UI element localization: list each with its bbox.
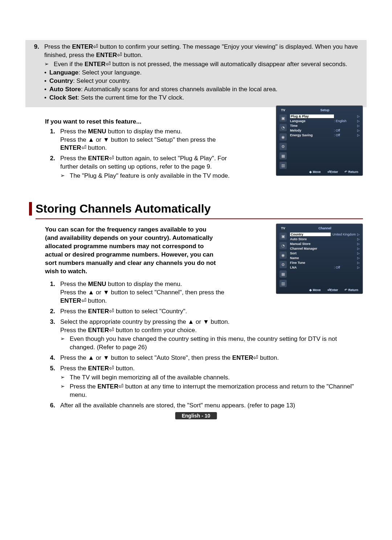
osd-row: Sort▷ — [290, 251, 360, 255]
t: Press the — [60, 155, 88, 162]
enter-icon: ⏎ — [109, 327, 114, 334]
t: Move — [313, 288, 321, 292]
enter-icon: ⏎ — [93, 43, 98, 50]
move-hint: ◆ Move — [309, 288, 320, 292]
osd-row: Fine Tune▷ — [290, 260, 360, 265]
section-intro: You can scan for the frequency ranges av… — [45, 226, 219, 276]
enter-icon: ⏎ — [81, 144, 86, 151]
osd-row-value: : Off — [334, 129, 356, 132]
osd-row-value: : Off — [334, 266, 356, 269]
list-number: 6. — [45, 402, 60, 410]
enter-icon: ⏎ — [253, 354, 258, 361]
t: Press the — [60, 365, 88, 372]
t: Press the — [44, 43, 72, 50]
osd-row-label: Country — [290, 233, 331, 236]
lbl: Country — [49, 77, 73, 84]
enter-label: ENTER — [60, 297, 81, 304]
t: Press the ▲ or ▼ button to select "Auto … — [60, 354, 232, 361]
osd-row-label: Manual Store — [290, 242, 334, 246]
enter-icon: ⏎ — [106, 61, 111, 68]
t: Press the — [60, 327, 88, 334]
lbl: Auto Store — [49, 86, 81, 93]
t: Enter — [330, 170, 338, 174]
osd-row: Auto Store▷ — [290, 237, 360, 241]
t: Return — [348, 288, 358, 292]
t: button. — [86, 297, 107, 304]
osd-row-label: Plug & Play — [290, 114, 334, 118]
osd-row: Plug & Play▷ — [290, 114, 360, 118]
chevron-right-icon: ▷ — [356, 242, 360, 246]
list-number: 1. — [45, 280, 60, 305]
note-arrow-icon: ➢ — [44, 60, 54, 69]
enter-label: ENTER — [98, 383, 119, 390]
dtv-icon: ▥ — [279, 162, 287, 169]
t: button. — [258, 354, 279, 361]
t: Move — [313, 170, 321, 174]
lbl: Clock Set — [49, 94, 77, 101]
chevron-right-icon: ▷ — [356, 256, 360, 260]
osd-row-label: Auto Store — [290, 237, 334, 241]
list-number: 5. — [45, 364, 60, 399]
t: : Select your language. — [78, 69, 142, 76]
step5-note1: The TV will begin memorizing all of the … — [70, 374, 230, 382]
t: Press the ▲ or ▼ button to select "Chann… — [60, 289, 224, 296]
enter-icon: ⏎ — [109, 308, 114, 315]
chevron-right-icon: ▷ — [356, 119, 360, 123]
enter-label: ENTER — [72, 43, 93, 50]
return-hint: ↶ Return — [344, 170, 358, 174]
list-number: 3. — [45, 318, 60, 352]
t: Return — [348, 170, 358, 174]
enter-label: ENTER — [88, 308, 109, 315]
osd-row: Melody: Off▷ — [290, 128, 360, 133]
osd-row: Name▷ — [290, 255, 360, 260]
enter-icon: ⏎ — [109, 365, 114, 372]
channel-icon: ◉ — [279, 133, 287, 141]
step5-note2: Press the ENTER⏎ button at any time to i… — [70, 383, 363, 399]
enter-icon: ⏎ — [118, 383, 123, 390]
note-arrow-icon: ➢ — [60, 374, 70, 382]
chevron-right-icon: ▷ — [356, 133, 360, 137]
osd-row-label: Sort — [290, 251, 334, 255]
osd-row-label: Time — [290, 124, 334, 128]
input-icon: ▦ — [279, 270, 287, 278]
chevron-right-icon: ▷ — [356, 114, 360, 118]
chevron-right-icon: ▷ — [356, 124, 360, 128]
step3-note: Even though you have changed the country… — [70, 335, 363, 352]
step1: Press the MENU button to display the men… — [60, 280, 238, 305]
bullet: •Auto Store: Automatically scans for and… — [44, 85, 363, 94]
sound-icon: ◔ — [279, 124, 287, 131]
osd-row-label: Channel Manager — [290, 247, 334, 250]
list-number: 2. — [45, 154, 60, 180]
sound-icon: ◔ — [279, 242, 287, 249]
note-arrow-icon: ➢ — [60, 172, 70, 180]
t: button to confirm your choice. — [114, 327, 197, 334]
osd-row: Language: English▷ — [290, 118, 360, 123]
osd-tv-label: TV — [278, 226, 289, 230]
reset-step1: Press the MENU button to display the men… — [60, 128, 238, 153]
step9-note: Even if the ENTER⏎ button is not pressed… — [54, 60, 347, 69]
note-arrow-icon: ➢ — [60, 335, 70, 352]
chevron-right-icon: ▷ — [356, 266, 360, 269]
menu-label: MENU — [88, 128, 106, 135]
osd-row-value: : English — [334, 119, 356, 123]
setup-icon: ⚙ — [279, 143, 287, 150]
t: button is not pressed, the message will … — [111, 61, 347, 68]
chevron-right-icon: ▷ — [356, 247, 360, 250]
step4: Press the ▲ or ▼ button to select "Auto … — [60, 354, 363, 362]
osd-tv-label: TV — [278, 108, 289, 112]
osd-row-value: : Off — [334, 133, 356, 137]
osd-row: Channel Manager▷ — [290, 246, 360, 251]
osd-row-label: Language — [290, 119, 334, 123]
t: : Sets the current time for the TV clock… — [77, 94, 184, 101]
t: button. — [114, 365, 135, 372]
list-number: 1. — [45, 128, 60, 153]
reset-step2: Press the ENTER⏎ button again, to select… — [60, 154, 238, 180]
osd-row-label: Fine Tune — [290, 261, 334, 265]
section-title: Storing Channels Automatically — [36, 202, 363, 215]
t: button to display the menu. — [106, 128, 182, 135]
t: : Select your country. — [73, 77, 130, 84]
t: button to select "Country". — [114, 308, 187, 315]
setup-icon: ⚙ — [279, 261, 287, 268]
input-icon: ▦ — [279, 152, 287, 160]
enter-icon: ⏎ — [117, 52, 122, 59]
